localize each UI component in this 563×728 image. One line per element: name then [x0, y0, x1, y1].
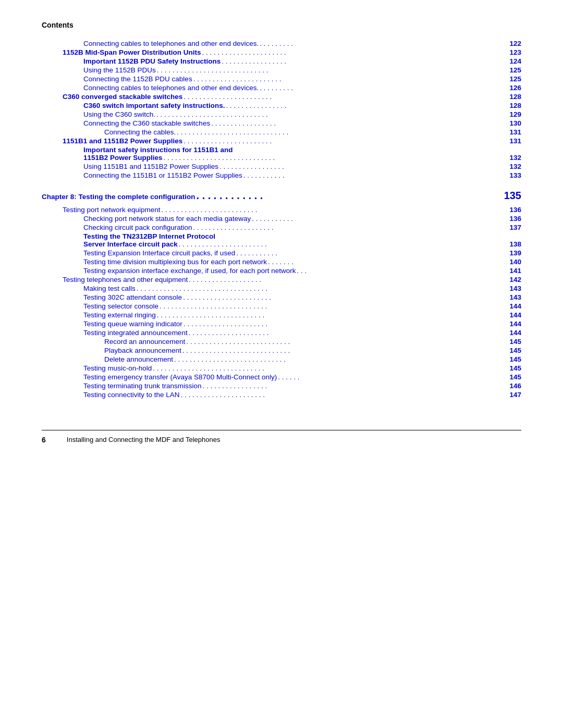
entry-dots: . . . . . . . . . . . . . . . . . . . . … — [164, 154, 499, 162]
entry-page: 125 — [500, 66, 521, 74]
entry-text: C360 switch important safety instruction… — [83, 102, 225, 109]
chapter-page: 135 — [500, 190, 521, 202]
toc-entry: Testing port network equipment . . . . .… — [42, 206, 521, 214]
toc-entry: Making test calls . . . . . . . . . . . … — [42, 285, 521, 292]
entry-page: 131 — [500, 128, 521, 136]
entry-text: Delete announcement — [104, 355, 173, 363]
entry-text: Testing time division multiplexing bus f… — [83, 258, 267, 266]
toc-entry: Testing telephones and other equipment .… — [42, 276, 521, 283]
entry-dots: . . . . . . . . . . . . . . . . . . . . … — [189, 329, 499, 337]
entry-page: 126 — [500, 84, 521, 92]
chapter-dots: . . . . . . . . . . . . — [197, 190, 499, 202]
header-label: Contents — [42, 21, 74, 29]
entry-text: Testing external ringing — [83, 311, 156, 319]
toc-entry: Testing terminating trunk transmission .… — [42, 382, 521, 390]
entry-page: 144 — [500, 320, 521, 328]
entry-text: Connecting cables to telephones and othe… — [83, 40, 259, 47]
toc-entry: 1151B1 and 1151B2 Power Supplies . . . .… — [42, 137, 521, 145]
entry-page: 143 — [500, 293, 521, 301]
toc-entry: Connecting the C360 stackable switches .… — [42, 119, 521, 127]
entry-page: 122 — [500, 40, 521, 47]
entry-text: Testing telephones and other equipment — [63, 276, 188, 283]
entry-page: 136 — [500, 215, 521, 223]
entry-dots: . . . . . . . . . . . — [252, 215, 499, 223]
toc-entry: Testing queue warning indicator . . . . … — [42, 320, 521, 328]
toc-entry: C360 converged stackable switches . . . … — [42, 93, 521, 101]
toc-entry: Delete announcement . . . . . . . . . . … — [42, 355, 521, 363]
toc-entry: Connecting the 1152B PDU cables . . . . … — [42, 75, 521, 83]
toc-entry: Record an announcement . . . . . . . . .… — [42, 338, 521, 346]
entry-text-line: Important safety instructions for 1151B1… — [83, 146, 521, 154]
entry-page: 129 — [500, 110, 521, 118]
entry-page: 147 — [500, 391, 521, 399]
entry-page: 145 — [500, 373, 521, 381]
entry-dots: . . . . . . . . . . . . . . . . . . . . … — [181, 391, 499, 399]
footer-text: Installing and Connecting the MDF and Te… — [67, 436, 221, 444]
entry-dots: . . . . . . . . . . . . . . . . . — [211, 119, 499, 127]
toc-entry: Testing emergency transfer (Avaya S8700 … — [42, 373, 521, 381]
entry-dots: . . . . . . . . . . . . . . . . . . . . … — [193, 224, 499, 231]
entry-text: Using the 1152B PDUs — [83, 66, 156, 74]
entry-text: Connecting the cables. — [104, 128, 176, 136]
toc-entry-multiline: Testing the TN2312BP Internet ProtocolSe… — [42, 232, 521, 248]
entry-dots: . . . . . . . . . . . . . . . . . . . . … — [193, 75, 499, 83]
entry-dots: . . . . . . . . . . . . . . . . . . . . … — [182, 347, 499, 354]
toc-entry: Connecting cables to telephones and othe… — [42, 84, 521, 92]
entry-text: Using the C360 switch. — [83, 110, 155, 118]
chapter-text: Chapter 8: Testing the complete configur… — [42, 193, 195, 201]
entry-dots: . . . . . . . . . . . . . . . . . . . . … — [157, 311, 499, 319]
entry-dots: . . . . . . . . . . . . . . . . . — [219, 163, 499, 170]
entry-dots: . . . . . . . — [268, 258, 499, 266]
toc-entry: Using the 1152B PDUs . . . . . . . . . .… — [42, 66, 521, 74]
toc-entry: Testing time division multiplexing bus f… — [42, 258, 521, 266]
entry-text: Connecting the 1152B PDU cables — [83, 75, 192, 83]
entry-dots: . . . . . . . . . . . . . . . . . — [203, 382, 499, 390]
entry-text: Testing queue warning indicator — [83, 320, 182, 328]
entry-text: Connecting the C360 stackable switches — [83, 119, 210, 127]
entry-dots: . . . . . . . . . . . . . . . . . . . . … — [186, 338, 499, 346]
toc-entry-multiline: Important safety instructions for 1151B1… — [42, 146, 521, 162]
entry-text: Testing port network equipment — [63, 206, 161, 214]
toc-entry: Testing integrated announcement . . . . … — [42, 329, 521, 337]
entry-page: 145 — [500, 355, 521, 363]
entry-dots: . . . . . . . . . . . . . . . . . — [222, 57, 499, 65]
entry-page: 145 — [500, 338, 521, 346]
entry-page: 144 — [500, 302, 521, 310]
entry-dots: . . . — [297, 267, 500, 275]
entry-text: Checking port network status for each me… — [83, 215, 251, 223]
entry-page: 144 — [500, 311, 521, 319]
entry-page: 132 — [500, 163, 521, 170]
entry-text: Record an announcement — [104, 338, 185, 346]
entry-text: Using 1151B1 and 1151B2 Power Supplies — [83, 163, 218, 170]
entry-page: 137 — [500, 224, 521, 231]
entry-dots: . . . . . . . . . . . . . . . . . . . . … — [183, 293, 499, 301]
entry-page: 142 — [500, 276, 521, 283]
entry-text: Connecting the 1151B1 or 1151B2 Power Su… — [83, 171, 242, 179]
entry-text: Testing music-on-hold — [83, 364, 152, 372]
toc-entry: Testing 302C attendant console . . . . .… — [42, 293, 521, 301]
entry-text: Testing connectivity to the LAN — [83, 391, 180, 399]
entry-dots: . . . . . . . . . . . . . . . . . . . — [189, 276, 499, 283]
entry-dots: . . . . . . . . . . . . . . . . . . . . … — [183, 93, 499, 101]
toc-entry: Testing expansion interface exchange, if… — [42, 267, 521, 275]
entry-text: C360 converged stackable switches — [63, 93, 182, 101]
entry-text: 1151B1 and 1151B2 Power Supplies — [63, 137, 182, 145]
toc-entry: Checking port network status for each me… — [42, 215, 521, 223]
entry-page: 131 — [500, 137, 521, 145]
entry-dots: . . . . . . . . . — [260, 84, 499, 92]
entry-page: 145 — [500, 347, 521, 354]
entry-dots: . . . . . . . . . . . . . . . . . . . . … — [183, 137, 499, 145]
entry-dots: . . . . . . . . . . . . . . . . . . . . … — [156, 110, 499, 118]
entry-page: 124 — [500, 57, 521, 65]
entry-dots: . . . . . . . . . . . . . . . . . . . . … — [202, 48, 499, 56]
entry-text-line: Testing the TN2312BP Internet Protocol — [83, 232, 521, 240]
entry-last-line: 1151B2 Power Supplies . . . . . . . . . … — [83, 154, 521, 162]
entry-text: Testing selector console — [83, 302, 158, 310]
toc-entry: Testing connectivity to the LAN . . . . … — [42, 391, 521, 399]
entry-page: 123 — [500, 48, 521, 56]
entry-page: 144 — [500, 329, 521, 337]
entry-text: 1151B2 Power Supplies — [83, 154, 163, 162]
entry-page: 136 — [500, 206, 521, 214]
toc-entry: Testing external ringing . . . . . . . .… — [42, 311, 521, 319]
toc-entry: C360 switch important safety instruction… — [42, 102, 521, 109]
